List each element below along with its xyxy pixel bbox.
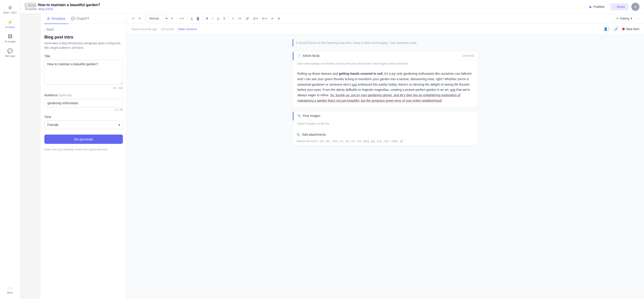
tone-label: Tone [44, 115, 123, 119]
toolbar-divider-1 [144, 16, 144, 21]
article-body-content[interactable]: Rolling up those sleeves and getting han… [293, 68, 478, 107]
older-versions-link[interactable]: Older versions [178, 28, 197, 31]
post-images-title: 📎 Post Images [297, 114, 320, 118]
ai-disclaimer: Make sure you manually review all AI gen… [44, 147, 123, 152]
chevron-left-icon: ‹ [25, 4, 26, 7]
red-dot-indicator [622, 28, 625, 30]
extra-2-button[interactable]: ⊕ [276, 16, 282, 21]
sidebar-item-message[interactable]: 💬 Message [1, 46, 19, 60]
chevron-left-icon: ‹ [44, 28, 46, 31]
chevron-down-icon: ▾ [631, 17, 632, 20]
editing-button[interactable]: ✏ Editing ▾ [614, 16, 635, 22]
share-icon: ↑ [614, 5, 615, 9]
image-icon: 🖼 [8, 34, 12, 39]
back-button[interactable]: ‹ Back [44, 28, 123, 31]
link-button[interactable]: 🔗 [244, 16, 251, 21]
templates-icon: ⊞ [47, 17, 50, 20]
article-body-header: 📄 Article Body 116 words [293, 51, 478, 61]
italic-button[interactable]: I [211, 16, 215, 21]
article-body-block: 📄 Article Body 116 words Use subheadings… [292, 51, 478, 107]
tone-select[interactable]: Friendly Professional Casual Formal [44, 121, 123, 129]
panel-tabs: ⊞ Templates 💬 ChatGPT [41, 14, 126, 24]
allowed-files-note: Allowed file extns: .pdf, .doc, .docx, .… [296, 140, 474, 143]
topbar: ‹ Home How to maintain a beautiful garde… [20, 0, 644, 14]
word-count: 116 words [161, 28, 174, 31]
toolbar-divider-2 [176, 16, 176, 21]
chatgpt-icon: 💬 [71, 17, 75, 20]
toolbar-divider-5 [228, 16, 229, 21]
lightning-icon: ⚡ [7, 20, 13, 25]
sidebar-item-label: AI Images [4, 40, 16, 43]
title-textarea[interactable] [44, 60, 123, 85]
audience-optional: (optional) [58, 93, 72, 97]
template-link[interactable]: Blog Article [38, 7, 53, 11]
bold-button[interactable]: B [204, 16, 210, 21]
new-item-badge: New Item [622, 27, 640, 31]
text-style-select[interactable]: Normal Heading 1 Heading 2 [146, 16, 168, 22]
post-images-header: 📎 Post Images [293, 111, 478, 121]
redo-button[interactable]: ↻ [137, 16, 142, 21]
table-button[interactable]: ⊟ ▾ [260, 16, 268, 21]
image-button[interactable]: ⊞ ▾ [252, 16, 260, 21]
chat-icon: 💬 [7, 48, 13, 54]
highlight-button[interactable]: ▓ [195, 16, 200, 21]
sidebar-item-more[interactable]: ··· More [1, 283, 19, 296]
title-label: Title [44, 54, 123, 58]
sidebar-item-ai-images[interactable]: 🖼 AI Images [1, 32, 19, 45]
page-title: How to maintain a beautiful garden? [38, 3, 100, 7]
toolbar-divider-4 [202, 16, 202, 21]
topbar-title-area: ‹ Home How to maintain a beautiful garde… [25, 3, 587, 11]
extra-1-button[interactable]: ⊘ [270, 16, 275, 21]
editor-toolbar: ↺ ↻ Normal Heading 1 Heading 2 ▾ ≡ ▾ A ▓… [127, 14, 644, 24]
template-name-heading: Blog post intro [44, 35, 123, 40]
more-icon: ··· [8, 285, 12, 290]
share-button[interactable]: ↑ Share [610, 3, 628, 11]
editing-label: Editing [620, 17, 629, 20]
audience-input[interactable] [44, 99, 123, 107]
post-images-description: Attach Images as file too [293, 121, 478, 128]
gear-icon: ⚙ [8, 5, 12, 11]
share-link-button[interactable]: 🔗 [612, 25, 620, 33]
regenerate-button[interactable]: Re-generate [44, 135, 123, 144]
editor-body: It should focus on the learning outcome.… [284, 35, 487, 154]
template-subtitle: Template: Blog Article [25, 7, 587, 11]
paperclip-icon: 📎 [297, 114, 301, 118]
sidebar-item-label: Brief + SEO [4, 11, 16, 14]
strikethrough-button[interactable]: S [222, 16, 227, 21]
publish-button[interactable]: ▶ Publish [587, 4, 607, 10]
title-char-count: 35 / 200 [44, 87, 123, 90]
underline-button[interactable]: U [216, 16, 221, 21]
article-body-description: Use subheadings and bullets to keep the … [293, 61, 478, 68]
sidebar-item-brief-seo[interactable]: ⚙ Brief + SEO [1, 3, 19, 16]
tab-chatgpt[interactable]: 💬 ChatGPT [68, 14, 92, 24]
status-icons: 👤+ 🔗 New Item [603, 25, 640, 33]
bullet-list-button[interactable]: ≡ [230, 16, 236, 21]
text-color-button[interactable]: A [189, 16, 194, 21]
undo-button[interactable]: ↺ [130, 16, 136, 21]
tab-templates[interactable]: ⊞ Templates [44, 14, 68, 24]
add-attachments-button[interactable]: 📎 Add attachments [296, 130, 474, 139]
tone-select-wrapper: Friendly Professional Casual Formal ▾ [44, 121, 123, 129]
saved-status: Saved seconds ago [131, 28, 157, 31]
placeholder-hint: It should focus on the learning outcome.… [292, 39, 478, 47]
align-button[interactable]: ≡ ▾ [178, 16, 185, 21]
template-description: Generates a blog introductory paragraph … [44, 41, 123, 50]
document-icon: 📄 [297, 54, 301, 58]
left-panel: ⊞ Templates 💬 ChatGPT ‹ Back Blog post i… [41, 14, 127, 299]
sidebar-item-label: More [7, 291, 13, 294]
chevron-down-icon[interactable]: ▾ [170, 16, 174, 21]
home-button[interactable]: ‹ Home [25, 3, 36, 7]
new-item-label: New Item [626, 27, 640, 31]
panel-content: ‹ Back Blog post intro Generates a blog … [41, 24, 126, 299]
main-content: ⊞ Templates 💬 ChatGPT ‹ Back Blog post i… [41, 14, 644, 299]
toolbar-more-button[interactable]: ··· [636, 16, 640, 21]
ordered-list-button[interactable]: 1≡ [236, 16, 243, 21]
audience-char-count: 21 / 80 [44, 108, 123, 111]
article-word-count: 116 words [462, 54, 474, 57]
add-person-button[interactable]: 👤+ [603, 25, 610, 33]
sidebar-item-ai-writer[interactable]: ⚡ AI Writer [1, 17, 19, 31]
sidebar-item-label: AI Writer [5, 26, 15, 29]
play-icon: ▶ [590, 5, 592, 9]
pencil-icon: ✏ [616, 17, 619, 20]
article-body-title: 📄 Article Body [297, 54, 320, 58]
